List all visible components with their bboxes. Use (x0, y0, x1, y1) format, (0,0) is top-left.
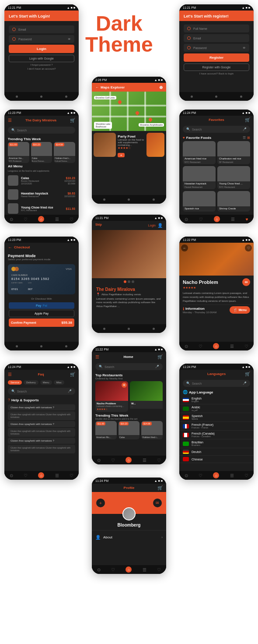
app-language-title: App Language (189, 390, 213, 394)
detail-back-btn[interactable]: ← (181, 244, 188, 251)
no-account-link[interactable]: I don't have an account? (4, 67, 79, 70)
back-icon[interactable]: ← (95, 85, 99, 89)
all-menu-header: All Menu (4, 163, 79, 170)
languages-search[interactable]: 🔍Search🎤 (183, 380, 250, 387)
restaurant-name: The Dairy Miralova (25, 118, 56, 122)
faq-item-2[interactable]: Gluten-free spaghetti with tomatoes ? (8, 421, 75, 427)
fav-card-3[interactable]: Hawaiian haystack Hawaii Restaurant (183, 166, 216, 189)
confirm-payment-button[interactable]: Confirm Payment $55.38 (9, 318, 74, 327)
fav-section-title: Favorite Foods (186, 136, 211, 140)
menu-item-2[interactable]: Hawaiian haystack Hawaii Restaurant $8.6… (4, 188, 79, 202)
phone-checkout: 11:23 PM ▲ ■ ■ ← Checkout Payment Mode S… (4, 237, 79, 350)
or-checkout-text: Or Checkout With (4, 296, 79, 301)
google-register-button[interactable]: Register with Google (184, 64, 249, 71)
menu-button[interactable]: 🍴 Menu (230, 306, 250, 314)
profile-header-area: + ✉ (92, 492, 166, 514)
profile-username: Bloomberg (92, 523, 166, 527)
fav-card-4[interactable]: Young Chow fried ... NYC Restaurant (217, 166, 250, 189)
email-icon-reg (187, 36, 191, 40)
trend-card-3[interactable]: $14.99 Hokkien fried r... (141, 421, 163, 439)
restaurant-search[interactable]: 🔍Search (8, 127, 75, 134)
fullname-field[interactable]: Full Name (184, 25, 249, 32)
phone-login: 11:21 PM ▲ ■ ■ Let's Start with Login! E… (4, 4, 79, 101)
lang-deutsh[interactable]: Deutsh (179, 448, 254, 456)
faq-search[interactable]: 🔍Search🎤 (8, 388, 75, 395)
phone-languages: 11:24 PM ▲ ■ ■ Languages 🛒 🔍Search🎤 🌐 Ap… (179, 364, 254, 480)
trending-card-2[interactable]: $10.23 CalasBoston Restaur... (31, 142, 52, 163)
add-photo-btn[interactable]: + (96, 499, 105, 507)
checkout-title: Checkout (14, 245, 30, 249)
food-description: Letraset sheets containing Lorem ipsum p… (183, 291, 250, 303)
rest-card-2[interactable]: W... ... (130, 381, 163, 412)
faq-title: Faq (38, 372, 44, 376)
lang-english[interactable]: English English (179, 396, 254, 404)
fav-card-1[interactable]: American fried rice NYC Restaurant (183, 141, 216, 164)
lang-brazilian[interactable]: Brazilian Brazilero (179, 439, 254, 448)
menu-item-1[interactable]: Calas Boston Restaurant 10/10/2020 $10.2… (4, 173, 79, 188)
faq-tab-service[interactable]: Service (8, 380, 22, 385)
lang-spanish[interactable]: Spanish Spana (179, 413, 254, 422)
map-area[interactable]: Shoreline LakeBoathouse Shoreline Golf L… (92, 92, 166, 131)
intro-restaurant-name: The Dairy Miralova (96, 287, 162, 292)
faq-item-1[interactable]: Gluten-free spaghetti with tomatoes ? (8, 404, 75, 410)
paypal-button[interactable]: Pay Pal (9, 302, 74, 309)
trend-card-1[interactable]: $11.93 American Ric... (95, 421, 117, 439)
status-bar-restaurant: 11:23 PM ▲ ■ ■ (4, 110, 79, 116)
payment-mode-title: Payment Mode (8, 254, 75, 258)
trending-card-1[interactable]: $11.93 American frie...NYC Restaurant (8, 142, 29, 163)
bottom-nav-maps (92, 195, 166, 204)
detail-favorite-btn[interactable]: ♡ (245, 244, 252, 251)
fav-card-5[interactable]: Spanish rice (183, 191, 216, 212)
intro-food-image (92, 230, 166, 278)
email-field[interactable]: Email (9, 25, 74, 33)
phone-maps: 2:26 PM ▲ ■ ■ ← Maps Explorer ⊕ Shorelin… (92, 77, 166, 204)
forgot-password-link[interactable]: I forgot password ? (4, 64, 79, 66)
skip-button[interactable]: Skip (95, 223, 102, 228)
status-bar-login: 11:21 PM ▲ ■ ■ (4, 4, 79, 11)
trending-food-cards: $11.93 American Ric... $10.23 Calas $14.… (92, 421, 166, 439)
reg-password-field[interactable]: Password 👁 (184, 44, 249, 52)
bottom-nav-languages: ⊙ ♡ ⌂ ☰ ♡ (179, 471, 254, 480)
home-search[interactable]: 🔍Search🎤 (95, 363, 163, 370)
menu-item-3[interactable]: Young Chow fried rice NYC Restaurant $11… (4, 202, 79, 216)
lang-french-france[interactable]: French (France) Frances - France (179, 422, 254, 431)
rest-card-1[interactable]: Nacho Problem Letraset sheets containing… (95, 381, 128, 412)
faq-item-3[interactable]: Gluten-free spaghetti with tomatoes ? (8, 438, 75, 444)
password-field[interactable]: Password 👁 (9, 35, 74, 43)
register-button[interactable]: Register (184, 53, 249, 62)
favorites-search[interactable]: 🔍Search🎤 (183, 126, 250, 133)
edit-profile-btn[interactable]: ✉ (153, 499, 162, 507)
maps-food-desc: Letraset on the food to add supplements … (118, 138, 145, 146)
trending-card-3[interactable]: $14.59 Hokkien fried r...Cultural Restau… (54, 142, 75, 163)
faq-tab-menu[interactable]: Menu (40, 380, 52, 385)
phone-profile: 11:24 PM ▲ ■ ■ Profile 🛒 + ✉ Bloomberg 👤… (92, 478, 166, 574)
login-button[interactable]: Login (9, 45, 74, 53)
trend-card-2[interactable]: $10.23 Calas (119, 421, 140, 439)
item-img-1 (8, 175, 18, 186)
status-bar-intro: 11:21 PM ▲ ■ ■ (92, 215, 166, 221)
lang-arabic[interactable]: Arabic العربية (179, 404, 254, 413)
lang-french-canada[interactable]: French (Canada) Frances - Canadien (179, 431, 254, 439)
bottom-nav-register (179, 92, 254, 101)
directions-btn[interactable]: ⊕ (118, 153, 125, 157)
fav-card-6[interactable]: Shrimp Creole (217, 191, 250, 212)
faq-tab-delivery[interactable]: Delivery (24, 380, 38, 385)
back-login-link[interactable]: I have account? Back to login (179, 72, 254, 75)
title-section: Dark Theme (85, 13, 153, 55)
fav-card-2[interactable]: Charleston red rice SF Restaurant (217, 141, 250, 164)
lang-chinese[interactable]: Chinese (179, 456, 254, 463)
bottom-nav-home: ⊙ ♡ ⌂ ☰ ♡ (92, 456, 166, 464)
google-login-button[interactable]: Login with Google (9, 55, 74, 62)
phone-home: 11:22 PM ▲ ■ ■ ☰ Home 🛒 🔍Search🎤 Top Res… (92, 346, 166, 464)
card-number: 8154 3265 0045 1582 (11, 277, 72, 280)
email-icon (12, 28, 16, 31)
intro-location: Aldus PageMaker including versio (101, 293, 141, 296)
phone-faq: 11:24 PM ▲ ■ ■ ☰ Faq 🛒 Service Delivery … (4, 364, 79, 480)
faq-tab-misc[interactable]: Misc (54, 380, 64, 385)
profile-about-item[interactable]: 👤 About › (92, 533, 166, 541)
apple-pay-button[interactable]: Apple Pay (9, 310, 74, 317)
reg-email-field[interactable]: Email (184, 34, 249, 42)
trending-cards: $11.93 American frie...NYC Restaurant $1… (4, 142, 79, 163)
intro-login-button[interactable]: Login (148, 224, 156, 227)
top-restaurants-title: Top Restaurants (95, 373, 163, 377)
